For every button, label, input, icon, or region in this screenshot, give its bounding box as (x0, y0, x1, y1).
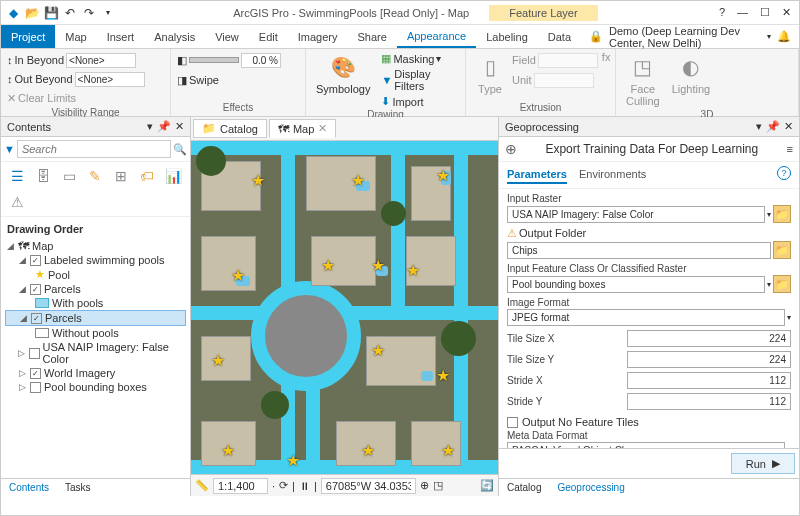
out-beyond-input[interactable] (75, 72, 145, 87)
scale-icon[interactable]: 📏 (195, 479, 209, 492)
toc-labeled-pools[interactable]: ◢✓Labeled swimming pools (5, 253, 186, 267)
tab-catalog-bottom[interactable]: Catalog (499, 479, 549, 496)
browse-icon[interactable]: 📁 (773, 275, 791, 293)
swipe-label[interactable]: Swipe (189, 74, 219, 86)
save-icon[interactable]: 💾 (43, 5, 59, 21)
rotation-icon[interactable]: ⟳ (279, 479, 288, 492)
toc-world[interactable]: ▷✓World Imagery (5, 366, 186, 380)
pin-icon[interactable]: 📌 (766, 120, 780, 133)
toc-without-pools[interactable]: Without pools (5, 326, 186, 340)
browse-icon[interactable]: 📁 (773, 205, 791, 223)
coords-input[interactable] (321, 478, 416, 494)
close-tab-icon[interactable]: ✕ (318, 122, 327, 135)
menu-icon[interactable]: ≡ (787, 143, 793, 155)
transparency-slider[interactable] (189, 57, 239, 63)
toc-parcels-group[interactable]: ◢✓Parcels (5, 282, 186, 296)
stride-x-field[interactable] (627, 372, 791, 389)
list-by-selection-icon[interactable]: ▭ (59, 166, 79, 186)
tab-tasks[interactable]: Tasks (57, 479, 99, 496)
tab-edit[interactable]: Edit (249, 25, 288, 48)
filter-icon[interactable]: ▼ (4, 143, 15, 155)
tab-gp-bottom[interactable]: Geoprocessing (549, 479, 632, 496)
pin-icon[interactable]: 📌 (157, 120, 171, 133)
refresh-icon[interactable]: 🔄 (480, 479, 494, 492)
tab-data[interactable]: Data (538, 25, 581, 48)
back-icon[interactable]: ⊕ (505, 141, 517, 157)
input-raster-field[interactable] (507, 206, 765, 223)
toc-pool[interactable]: ★Pool (5, 267, 186, 282)
list-by-drawing-icon[interactable]: ☰ (7, 166, 27, 186)
toc-naip[interactable]: ▷USA NAIP Imagery: False Color (5, 340, 186, 366)
list-by-snapping-icon[interactable]: ⊞ (111, 166, 131, 186)
tab-contents[interactable]: Contents (1, 479, 57, 496)
clear-limits-label[interactable]: Clear Limits (18, 92, 76, 104)
tab-view[interactable]: View (205, 25, 249, 48)
checkbox[interactable]: ✓ (30, 284, 41, 295)
undo-icon[interactable]: ↶ (62, 5, 78, 21)
in-beyond-input[interactable] (66, 53, 136, 68)
masking-button[interactable]: ▦Masking ▾ (378, 51, 459, 66)
toc-with-pools[interactable]: With pools (5, 296, 186, 310)
tab-project[interactable]: Project (1, 25, 55, 48)
tile-y-field[interactable] (627, 351, 791, 368)
chevron-down-icon[interactable]: ▾ (767, 32, 771, 41)
notification-icon[interactable]: 🔔 (777, 30, 791, 43)
tile-x-field[interactable] (627, 330, 791, 347)
list-by-editing-icon[interactable]: ✎ (85, 166, 105, 186)
display-filters-button[interactable]: ▼Display Filters (378, 67, 459, 93)
checkbox[interactable] (30, 382, 41, 393)
tab-catalog-view[interactable]: 📁Catalog (193, 119, 267, 138)
dropdown-icon[interactable]: ▾ (756, 120, 762, 133)
qat-dropdown-icon[interactable]: ▾ (100, 5, 116, 21)
checkbox[interactable] (29, 348, 39, 359)
symbology-button[interactable]: 🎨Symbology (312, 51, 374, 97)
stride-y-field[interactable] (627, 393, 791, 410)
output-folder-field[interactable] (507, 242, 771, 259)
search-icon[interactable]: 🔍 (173, 143, 187, 156)
type-button[interactable]: ▯Type (472, 51, 508, 97)
list-by-labeling-icon[interactable]: 🏷 (137, 166, 157, 186)
pause-icon[interactable]: ⏸ (299, 480, 310, 492)
no-feature-checkbox[interactable] (507, 417, 518, 428)
tab-imagery[interactable]: Imagery (288, 25, 348, 48)
toc-parcels[interactable]: ◢✓Parcels (5, 310, 186, 326)
tab-map[interactable]: Map (55, 25, 96, 48)
browse-icon[interactable]: 📁 (773, 241, 791, 259)
tab-parameters[interactable]: Parameters (507, 166, 567, 184)
checkbox[interactable]: ✓ (30, 368, 41, 379)
constraints-icon[interactable]: ⊕ (420, 479, 429, 492)
redo-icon[interactable]: ↷ (81, 5, 97, 21)
tab-share[interactable]: Share (348, 25, 397, 48)
help-icon[interactable]: ? (719, 6, 725, 19)
minimize-icon[interactable]: — (737, 6, 748, 19)
tab-environments[interactable]: Environments (579, 166, 646, 184)
scale-input[interactable] (213, 478, 268, 494)
tab-map-view[interactable]: 🗺Map✕ (269, 119, 336, 138)
tab-appearance[interactable]: Appearance (397, 25, 476, 48)
transparency-input[interactable] (241, 53, 281, 68)
help-icon[interactable]: ? (777, 166, 791, 180)
image-format-field[interactable] (507, 309, 785, 326)
list-by-chart-icon[interactable]: 📊 (163, 166, 183, 186)
import-button[interactable]: ⬇Import (378, 94, 459, 109)
search-input[interactable] (17, 140, 171, 158)
toc-bbox[interactable]: ▷Pool bounding boxes (5, 380, 186, 394)
run-button[interactable]: Run▶ (731, 453, 795, 474)
feature-class-field[interactable] (507, 276, 765, 293)
map-view[interactable]: ★ ★ ★ ★ ★ ★ ★ ★ ★ ★ ★ ★ ★ ★ (191, 141, 498, 474)
checkbox[interactable]: ✓ (31, 313, 42, 324)
close-icon[interactable]: ✕ (782, 6, 791, 19)
dropdown-icon[interactable]: ▾ (147, 120, 153, 133)
maximize-icon[interactable]: ☐ (760, 6, 770, 19)
tab-analysis[interactable]: Analysis (144, 25, 205, 48)
close-panel-icon[interactable]: ✕ (784, 120, 793, 133)
list-by-error-icon[interactable]: ⚠ (7, 192, 27, 212)
list-by-source-icon[interactable]: 🗄 (33, 166, 53, 186)
snap-icon[interactable]: ◳ (433, 479, 443, 492)
user-label[interactable]: Demo (Deep Learning Dev Center, New Delh… (609, 25, 761, 49)
toc-map[interactable]: ◢🗺Map (5, 239, 186, 253)
tab-labeling[interactable]: Labeling (476, 25, 538, 48)
checkbox[interactable]: ✓ (30, 255, 41, 266)
tab-insert[interactable]: Insert (97, 25, 145, 48)
close-panel-icon[interactable]: ✕ (175, 120, 184, 133)
